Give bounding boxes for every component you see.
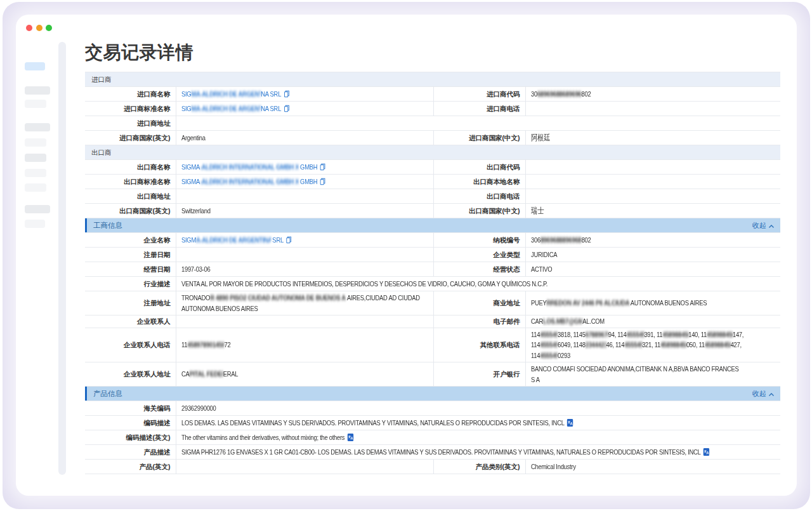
redacted-text: 458988458988458988: [706, 329, 732, 340]
redacted-text: 455545554555: [540, 329, 558, 340]
company-link[interactable]: GMBH: [298, 163, 317, 171]
row-label: 进口商标准名称: [85, 102, 176, 116]
table-row: 进口商国家(英文)Argentina进口商国家(中文)阿根廷: [85, 131, 780, 145]
copy-icon[interactable]: [284, 105, 289, 112]
table-row: 注册地址TRONADOR 4890 PISO2 CIUDAD AUTONOMA …: [85, 291, 780, 315]
copy-icon[interactable]: [320, 178, 325, 185]
table-row: 产品描述SIGMA PHR1276 1G ENVASES X 1 GR CA01…: [85, 445, 780, 460]
copy-icon[interactable]: [285, 236, 291, 244]
section-title: 进口商: [91, 76, 112, 83]
company-link[interactable]: MA-ALDRICH DE ARGENTINAMA-ALDRICH DE ARG…: [191, 89, 261, 100]
company-link[interactable]: -ALDRICH INTERNATIONAL GMBH XX-ALDRICH I…: [199, 162, 298, 173]
cell-content: 瑞士: [531, 206, 776, 216]
row-label: 企业联系人电话: [85, 328, 176, 362]
value-text: Chemical Industry: [531, 463, 576, 470]
value-text: LOS DEMAS. LAS DEMAS VITAMINAS Y SUS DER…: [181, 419, 565, 427]
row-value: [525, 160, 780, 175]
row-label: 其他联系电话: [433, 328, 525, 362]
company-link[interactable]: SIGMA: [181, 178, 200, 185]
copy-icon[interactable]: [320, 163, 325, 171]
value-text: VENTA AL POR MAYOR DE PRODUCTOS INTERMED…: [181, 280, 547, 288]
row-value: Chemical Industry: [525, 460, 780, 474]
translate-icon[interactable]: [703, 448, 709, 456]
value-text: Switzerland: [181, 207, 211, 215]
company-link[interactable]: NA SRL: [261, 90, 281, 98]
value-text: 114: [531, 352, 540, 359]
company-link[interactable]: -ALDRICH INTERNATIONAL GMBH XX-ALDRICH I…: [199, 176, 298, 187]
company-link[interactable]: A-ALDRICH DE ARGENTINA XYA-ALDRICH DE AR…: [195, 235, 270, 246]
row-label: 经营状态: [433, 262, 525, 277]
value-text: AL.COM: [582, 317, 604, 325]
sidebar-item[interactable]: [25, 86, 50, 95]
redacted-text: 455545554555: [626, 329, 644, 340]
section-header-cell: 出口商: [85, 145, 780, 160]
row-label: 电子邮件: [433, 315, 525, 328]
row-value: Argentina: [176, 131, 433, 145]
value-text: 30: [531, 90, 537, 98]
row-label: 企业名称: [85, 233, 176, 248]
row-value: LOS DEMAS. LAS DEMAS VITAMINAS Y SUS DER…: [176, 416, 780, 430]
company-link[interactable]: SIG: [181, 105, 191, 112]
collapse-button[interactable]: 收起: [752, 220, 775, 231]
company-link[interactable]: GMBH: [298, 178, 317, 185]
sidebar-item[interactable]: [25, 154, 46, 162]
translate-icon[interactable]: [566, 419, 573, 427]
content-scrollbar[interactable]: [58, 42, 66, 475]
redacted-text: 458978901458978901458978901: [187, 340, 224, 350]
value-text: 802: [581, 90, 591, 98]
value-text: 114: [531, 331, 540, 338]
cell-content: 阿根廷: [531, 133, 776, 143]
browser-window: 交易记录详情 进口商进口商名称SIGMA-ALDRICH DE ARGENTIN…: [16, 15, 797, 496]
row-label: 产品描述: [85, 445, 176, 460]
cell-content: SIGMA-ALDRICH DE ARGENTINAMA-ALDRICH DE …: [181, 103, 428, 114]
row-label: 经营日期: [85, 262, 176, 277]
row-value: [525, 189, 780, 204]
row-label: 注册日期: [85, 248, 176, 262]
company-link[interactable]: SRL: [271, 236, 284, 244]
company-link[interactable]: SIGMA: [181, 163, 200, 171]
company-link[interactable]: SIGM: [181, 236, 196, 244]
row-value: JURIDICA: [525, 248, 780, 262]
cell-content: SIGMA-ALDRICH DE ARGENTINA XYA-ALDRICH D…: [181, 235, 428, 246]
table-row: 编码描述LOS DEMAS. LAS DEMAS VITAMINAS Y SUS…: [85, 416, 780, 430]
table-row: 海关编码29362990000: [85, 401, 780, 416]
company-link[interactable]: NA SRL: [261, 105, 281, 112]
cell-content: 3068969688689696886896968868969688802: [531, 89, 776, 100]
cell-content: LOS DEMAS. LAS DEMAS VITAMINAS Y SUS DER…: [181, 418, 776, 428]
chevron-up-icon: [768, 392, 775, 397]
sidebar-item[interactable]: [25, 205, 50, 213]
company-link[interactable]: SIG: [181, 90, 191, 98]
sidebar-item[interactable]: [25, 138, 46, 147]
value-text: 阿根廷: [531, 133, 551, 142]
row-value: SIGMA-ALDRICH DE ARGENTINAMA-ALDRICH DE …: [176, 87, 433, 102]
redacted-text: 678896788967889: [585, 329, 608, 340]
company-link[interactable]: MA-ALDRICH DE ARGENTINAMA-ALDRICH DE ARG…: [191, 103, 261, 114]
section-header-cell: 进口商: [85, 72, 780, 87]
cell-content: Switzerland: [181, 206, 428, 216]
sidebar-item[interactable]: [25, 100, 46, 108]
sidebar-item[interactable]: [25, 220, 45, 228]
row-label: 出口商标准名称: [85, 175, 176, 189]
row-value: [525, 102, 780, 116]
sidebar-item[interactable]: [25, 169, 46, 177]
section-header-importer: 进口商: [85, 72, 780, 87]
table-row: 企业联系人电话1145897890145897890145897890172其他…: [85, 328, 780, 362]
translate-icon[interactable]: [347, 434, 353, 441]
cell-content: 1145897890145897890145897890172: [181, 340, 428, 350]
sidebar-item[interactable]: [25, 183, 46, 192]
value-text: The other vitamins and their derivatives…: [181, 434, 344, 441]
cell-content: PUEYRREDON AV 2446 P6 ALCIUDADRREDON AV …: [531, 298, 776, 309]
table-row: 出口商国家(英文)Switzerland出口商国家(中文)瑞士: [85, 204, 780, 218]
table-row: 出口商地址出口商电话: [85, 189, 780, 204]
sidebar-item-active[interactable]: [25, 62, 45, 70]
row-value: [176, 116, 780, 131]
row-value: SIGMA-ALDRICH DE ARGENTINAMA-ALDRICH DE …: [176, 102, 433, 116]
cell-content: 3068969688896968889696888969688802: [531, 235, 776, 246]
table-row: 企业联系人电子邮件CARLOS.MB7@GMAILLOS.MB7@GMAILLO…: [85, 315, 780, 328]
sidebar-item[interactable]: [25, 123, 50, 131]
row-value: PUEYRREDON AV 2446 P6 ALCIUDADRREDON AV …: [525, 291, 780, 315]
collapse-button[interactable]: 收起: [752, 388, 775, 399]
value-text: 3818, 1145: [558, 331, 586, 338]
copy-icon[interactable]: [284, 90, 289, 98]
redacted-text: PITAL FEDEPITAL FEDEPITAL FEDE: [189, 369, 223, 380]
